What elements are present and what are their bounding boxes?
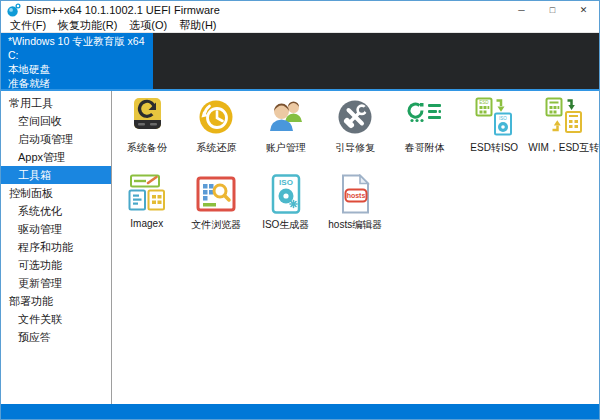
tool-hosts-editor[interactable]: hosts hosts编辑器 bbox=[321, 170, 391, 247]
drive-header: *Windows 10 专业教育版 x64 C: 本地硬盘 准备就绪 bbox=[1, 32, 599, 89]
file-browser-icon bbox=[196, 174, 236, 214]
sidebar-item-toolbox[interactable]: 工具箱 bbox=[1, 166, 111, 184]
drive-letter: C: bbox=[8, 48, 153, 62]
restore-clock-icon bbox=[196, 97, 236, 137]
toolbox-grid: 系统备份 系统还原 bbox=[112, 93, 599, 247]
sidebar-item-system-optimize[interactable]: 系统优化 bbox=[1, 202, 111, 220]
sidebar-item-programs-features[interactable]: 程序和功能 bbox=[1, 238, 111, 256]
tool-label: Imagex bbox=[130, 218, 163, 229]
sidebar-section-deployment: 部署功能 bbox=[1, 292, 111, 310]
hosts-editor-icon: hosts bbox=[335, 174, 375, 214]
sidebar-item-file-association[interactable]: 文件关联 bbox=[1, 310, 111, 328]
tool-imagex[interactable]: Imagex bbox=[112, 170, 182, 247]
tool-label: 账户管理 bbox=[266, 141, 306, 155]
tool-chungo-attach[interactable]: 春哥附体 bbox=[390, 93, 460, 170]
drive-header-empty bbox=[153, 33, 599, 89]
svg-text:ESD: ESD bbox=[480, 100, 490, 105]
tool-label: WIM，ESD互转 bbox=[528, 141, 599, 155]
svg-text:ISO: ISO bbox=[499, 116, 507, 121]
stats-list-icon bbox=[405, 97, 445, 137]
tool-wim-esd-convert[interactable]: WIM，ESD互转 bbox=[529, 93, 599, 170]
tool-label: hosts编辑器 bbox=[328, 218, 382, 232]
sidebar-item-unattend[interactable]: 预应答 bbox=[1, 328, 111, 346]
tool-account-manager[interactable]: 账户管理 bbox=[251, 93, 321, 170]
dism-logo-icon bbox=[6, 3, 21, 18]
status-bar bbox=[1, 404, 599, 419]
sidebar-item-optional-features[interactable]: 可选功能 bbox=[1, 256, 111, 274]
menu-options[interactable]: 选项(O) bbox=[123, 18, 173, 33]
tool-file-browser[interactable]: 文件浏览器 bbox=[182, 170, 252, 247]
sidebar-item-driver-manager[interactable]: 驱动管理 bbox=[1, 220, 111, 238]
drive-os-edition: *Windows 10 专业教育版 x64 bbox=[8, 34, 153, 48]
tool-label: 系统备份 bbox=[127, 141, 167, 155]
menu-bar: 文件(F) 恢复功能(R) 选项(O) 帮助(H) bbox=[1, 19, 599, 32]
tool-label: 引导修复 bbox=[335, 141, 375, 155]
app-window: Dism++x64 10.1.1002.1 UEFI Firmware ─ □ … bbox=[0, 0, 600, 420]
wim-esd-convert-icon bbox=[544, 97, 584, 137]
window-controls: ─ □ ✕ bbox=[506, 1, 599, 19]
sidebar-item-update-manager[interactable]: 更新管理 bbox=[1, 274, 111, 292]
sidebar-item-space-reclaim[interactable]: 空间回收 bbox=[1, 112, 111, 130]
menu-help[interactable]: 帮助(H) bbox=[173, 18, 222, 33]
maximize-button[interactable]: □ bbox=[537, 1, 568, 19]
sidebar: 常用工具 空间回收 启动项管理 Appx管理 工具箱 控制面板 系统优化 驱动管… bbox=[1, 91, 112, 404]
tool-label: ISO生成器 bbox=[262, 218, 309, 232]
window-title: Dism++x64 10.1.1002.1 UEFI Firmware bbox=[26, 4, 220, 16]
drive-type: 本地硬盘 bbox=[8, 62, 153, 76]
sidebar-item-startup-manager[interactable]: 启动项管理 bbox=[1, 130, 111, 148]
user-accounts-icon bbox=[266, 97, 306, 137]
tool-system-restore[interactable]: 系统还原 bbox=[182, 93, 252, 170]
title-bar: Dism++x64 10.1.1002.1 UEFI Firmware ─ □ … bbox=[1, 1, 599, 19]
iso-builder-icon: ISO bbox=[266, 174, 306, 214]
tool-iso-builder[interactable]: ISO ISO生成器 bbox=[251, 170, 321, 247]
tool-system-backup[interactable]: 系统备份 bbox=[112, 93, 182, 170]
tool-label: 春哥附体 bbox=[405, 141, 445, 155]
tool-boot-repair[interactable]: 引导修复 bbox=[321, 93, 391, 170]
menu-file[interactable]: 文件(F) bbox=[4, 18, 52, 33]
tool-esd-to-iso[interactable]: ESD ISO ESD转I bbox=[460, 93, 530, 170]
drive-status: 准备就绪 bbox=[8, 76, 153, 89]
backup-drive-icon bbox=[127, 97, 167, 137]
svg-text:ISO: ISO bbox=[279, 178, 293, 187]
menu-recovery[interactable]: 恢复功能(R) bbox=[52, 18, 123, 33]
toolbox-panel: 系统备份 系统还原 bbox=[112, 91, 599, 404]
minimize-button[interactable]: ─ bbox=[506, 1, 537, 19]
close-button[interactable]: ✕ bbox=[568, 1, 599, 19]
tool-label: 文件浏览器 bbox=[191, 218, 241, 232]
imagex-icon bbox=[127, 174, 167, 214]
tool-label: ESD转ISO bbox=[470, 141, 518, 155]
sidebar-section-common-tools: 常用工具 bbox=[1, 94, 111, 112]
drive-tab-c[interactable]: *Windows 10 专业教育版 x64 C: 本地硬盘 准备就绪 bbox=[1, 33, 153, 89]
esd-to-iso-icon: ESD ISO bbox=[474, 97, 514, 137]
boot-repair-tools-icon bbox=[335, 97, 375, 137]
svg-text:hosts: hosts bbox=[347, 192, 366, 199]
sidebar-item-appx-manager[interactable]: Appx管理 bbox=[1, 148, 111, 166]
sidebar-section-control-panel: 控制面板 bbox=[1, 184, 111, 202]
tool-label: 系统还原 bbox=[196, 141, 236, 155]
content-area: 常用工具 空间回收 启动项管理 Appx管理 工具箱 控制面板 系统优化 驱动管… bbox=[1, 91, 599, 404]
